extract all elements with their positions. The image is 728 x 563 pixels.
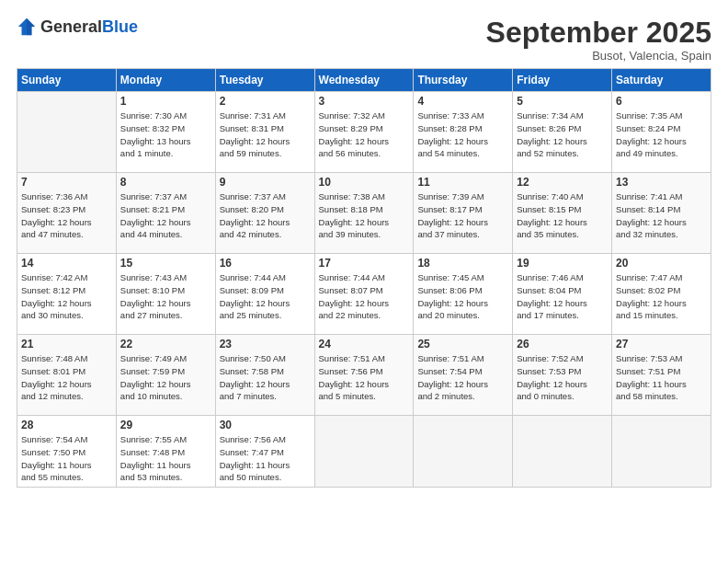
calendar-cell: 15Sunrise: 7:43 AM Sunset: 8:10 PM Dayli… [116,254,215,335]
day-info: Sunrise: 7:40 AM Sunset: 8:15 PM Dayligh… [517,190,608,241]
day-number: 5 [517,95,608,108]
day-number: 22 [120,338,211,350]
day-info: Sunrise: 7:37 AM Sunset: 8:20 PM Dayligh… [220,190,311,241]
calendar-cell: 3Sunrise: 7:32 AM Sunset: 8:29 PM Daylig… [314,92,414,173]
day-number: 30 [220,419,311,431]
day-info: Sunrise: 7:38 AM Sunset: 8:18 PM Dayligh… [319,190,410,241]
weekday-header: Friday [513,69,612,92]
logo-general-text: General [40,17,102,36]
calendar-cell [17,92,117,173]
day-number: 14 [21,257,112,270]
calendar-cell [513,416,612,488]
calendar-cell: 28Sunrise: 7:54 AM Sunset: 7:50 PM Dayli… [17,416,117,488]
calendar-cell: 30Sunrise: 7:56 AM Sunset: 7:47 PM Dayli… [215,416,314,488]
day-info: Sunrise: 7:33 AM Sunset: 8:28 PM Dayligh… [417,109,508,160]
day-info: Sunrise: 7:51 AM Sunset: 7:56 PM Dayligh… [319,352,410,403]
day-info: Sunrise: 7:36 AM Sunset: 8:23 PM Dayligh… [21,190,112,241]
day-number: 12 [517,176,608,189]
day-number: 26 [517,338,608,350]
calendar-cell: 21Sunrise: 7:48 AM Sunset: 8:01 PM Dayli… [17,335,117,416]
calendar-cell: 17Sunrise: 7:44 AM Sunset: 8:07 PM Dayli… [314,254,414,335]
calendar-row: 1Sunrise: 7:30 AM Sunset: 8:32 PM Daylig… [17,92,711,173]
day-number: 6 [616,95,707,108]
weekday-header: Sunday [17,69,117,92]
day-number: 2 [220,95,311,108]
calendar-cell: 12Sunrise: 7:40 AM Sunset: 8:15 PM Dayli… [513,173,612,254]
day-info: Sunrise: 7:41 AM Sunset: 8:14 PM Dayligh… [616,190,707,241]
weekday-header: Saturday [612,69,711,92]
svg-marker-1 [27,18,35,35]
calendar-cell: 6Sunrise: 7:35 AM Sunset: 8:24 PM Daylig… [612,92,711,173]
day-number: 8 [120,176,211,189]
weekday-header: Wednesday [314,69,414,92]
day-number: 3 [319,95,410,108]
day-info: Sunrise: 7:47 AM Sunset: 8:02 PM Dayligh… [616,271,707,322]
calendar-cell: 23Sunrise: 7:50 AM Sunset: 7:58 PM Dayli… [215,335,314,416]
day-number: 13 [616,176,707,189]
calendar-cell: 27Sunrise: 7:53 AM Sunset: 7:51 PM Dayli… [612,335,711,416]
calendar-row: 28Sunrise: 7:54 AM Sunset: 7:50 PM Dayli… [17,416,711,488]
day-info: Sunrise: 7:32 AM Sunset: 8:29 PM Dayligh… [319,109,410,160]
calendar-cell: 2Sunrise: 7:31 AM Sunset: 8:31 PM Daylig… [215,92,314,173]
day-info: Sunrise: 7:31 AM Sunset: 8:31 PM Dayligh… [220,109,311,160]
day-number: 1 [120,95,211,108]
day-info: Sunrise: 7:30 AM Sunset: 8:32 PM Dayligh… [120,109,211,160]
calendar-cell: 14Sunrise: 7:42 AM Sunset: 8:12 PM Dayli… [17,254,117,335]
calendar-cell: 8Sunrise: 7:37 AM Sunset: 8:21 PM Daylig… [116,173,215,254]
calendar-header-row: SundayMondayTuesdayWednesdayThursdayFrid… [17,69,711,92]
day-info: Sunrise: 7:53 AM Sunset: 7:51 PM Dayligh… [616,352,707,403]
calendar-cell: 18Sunrise: 7:45 AM Sunset: 8:06 PM Dayli… [414,254,513,335]
calendar-cell: 1Sunrise: 7:30 AM Sunset: 8:32 PM Daylig… [116,92,215,173]
day-number: 29 [120,419,211,431]
day-number: 20 [616,257,707,270]
logo-blue-text: Blue [102,17,138,36]
day-number: 11 [417,176,508,189]
day-number: 7 [21,176,112,189]
weekday-header: Thursday [414,69,513,92]
calendar-cell [414,416,513,488]
day-number: 16 [220,257,311,270]
calendar-cell: 16Sunrise: 7:44 AM Sunset: 8:09 PM Dayli… [215,254,314,335]
day-number: 10 [319,176,410,189]
day-info: Sunrise: 7:44 AM Sunset: 8:07 PM Dayligh… [319,271,410,322]
calendar-cell: 13Sunrise: 7:41 AM Sunset: 8:14 PM Dayli… [612,173,711,254]
calendar-cell: 19Sunrise: 7:46 AM Sunset: 8:04 PM Dayli… [513,254,612,335]
weekday-header: Tuesday [215,69,314,92]
day-info: Sunrise: 7:49 AM Sunset: 7:59 PM Dayligh… [120,352,211,403]
calendar-row: 7Sunrise: 7:36 AM Sunset: 8:23 PM Daylig… [17,173,711,254]
location-subtitle: Busot, Valencia, Spain [486,49,711,63]
calendar-cell: 7Sunrise: 7:36 AM Sunset: 8:23 PM Daylig… [17,173,117,254]
day-number: 21 [21,338,112,350]
day-number: 17 [319,257,410,270]
calendar-table: SundayMondayTuesdayWednesdayThursdayFrid… [17,68,711,488]
calendar-cell: 5Sunrise: 7:34 AM Sunset: 8:26 PM Daylig… [513,92,612,173]
day-number: 28 [21,419,112,431]
day-number: 19 [517,257,608,270]
day-info: Sunrise: 7:42 AM Sunset: 8:12 PM Dayligh… [21,271,112,322]
day-info: Sunrise: 7:44 AM Sunset: 8:09 PM Dayligh… [220,271,311,322]
calendar-cell: 20Sunrise: 7:47 AM Sunset: 8:02 PM Dayli… [612,254,711,335]
calendar-cell: 11Sunrise: 7:39 AM Sunset: 8:17 PM Dayli… [414,173,513,254]
weekday-header: Monday [116,69,215,92]
day-info: Sunrise: 7:52 AM Sunset: 7:53 PM Dayligh… [517,352,608,403]
day-info: Sunrise: 7:43 AM Sunset: 8:10 PM Dayligh… [120,271,211,322]
day-number: 25 [417,338,508,350]
calendar-cell: 25Sunrise: 7:51 AM Sunset: 7:54 PM Dayli… [414,335,513,416]
calendar-cell: 22Sunrise: 7:49 AM Sunset: 7:59 PM Dayli… [116,335,215,416]
day-info: Sunrise: 7:39 AM Sunset: 8:17 PM Dayligh… [417,190,508,241]
day-number: 18 [417,257,508,270]
day-info: Sunrise: 7:45 AM Sunset: 8:06 PM Dayligh… [417,271,508,322]
day-info: Sunrise: 7:46 AM Sunset: 8:04 PM Dayligh… [517,271,608,322]
day-number: 9 [220,176,311,189]
day-info: Sunrise: 7:37 AM Sunset: 8:21 PM Dayligh… [120,190,211,241]
calendar-row: 21Sunrise: 7:48 AM Sunset: 8:01 PM Dayli… [17,335,711,416]
calendar-cell: 10Sunrise: 7:38 AM Sunset: 8:18 PM Dayli… [314,173,414,254]
day-info: Sunrise: 7:54 AM Sunset: 7:50 PM Dayligh… [21,433,112,484]
logo: GeneralBlue [17,17,138,37]
calendar-cell: 26Sunrise: 7:52 AM Sunset: 7:53 PM Dayli… [513,335,612,416]
day-info: Sunrise: 7:34 AM Sunset: 8:26 PM Dayligh… [517,109,608,160]
day-number: 24 [319,338,410,350]
day-info: Sunrise: 7:50 AM Sunset: 7:58 PM Dayligh… [220,352,311,403]
day-number: 4 [417,95,508,108]
month-title: September 2025 [486,17,711,49]
